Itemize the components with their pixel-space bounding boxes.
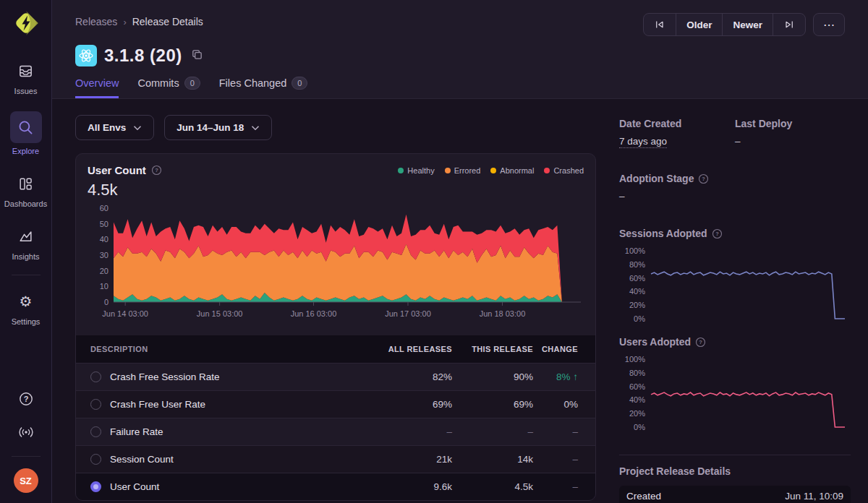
main-column: All Envs Jun 14–Jun 18 User Count <box>75 99 596 503</box>
chart-title: User Count ? <box>88 164 162 176</box>
legend-item[interactable]: Crashed <box>544 166 584 175</box>
date-range-dropdown[interactable]: Jun 14–Jun 18 <box>164 115 272 140</box>
skip-last-icon <box>783 19 795 30</box>
question-icon[interactable]: ? <box>698 173 709 184</box>
svg-text:40%: 40% <box>629 287 645 296</box>
tab-overview[interactable]: Overview <box>75 77 119 98</box>
users-adopted-line-chart[interactable]: 100%80%60%40%20%0% <box>619 352 851 437</box>
radio-user-count[interactable] <box>90 481 101 492</box>
sidebar-item-label: Settings <box>12 317 41 326</box>
table-row[interactable]: Session Count 21k 14k – <box>76 445 595 473</box>
adoption-stage-value: – <box>619 191 851 202</box>
svg-text:Jun 14 03:00: Jun 14 03:00 <box>102 309 148 318</box>
radio-session-count[interactable] <box>90 454 101 465</box>
question-icon[interactable]: ? <box>695 337 706 348</box>
svg-text:100%: 100% <box>625 355 645 364</box>
main-area: Releases › Release Details Older Newer <box>52 0 868 503</box>
release-comparison-table: DESCRIPTION ALL RELEASES THIS RELEASE CH… <box>76 335 595 500</box>
chart-total-value: 4.5k <box>76 176 595 199</box>
session-chart-card: User Count ? HealthyErroredAbnormalCrash… <box>75 153 596 501</box>
created-value: Jun 11, 10:09 <box>785 491 843 502</box>
svg-text:40%: 40% <box>629 395 645 404</box>
svg-text:30: 30 <box>100 251 109 259</box>
svg-text:60%: 60% <box>629 382 645 391</box>
sidebar-item-label: Explore <box>12 147 39 155</box>
project-release-details-title: Project Release Details <box>619 465 851 477</box>
sidebar-divider <box>12 275 41 275</box>
svg-text:?: ? <box>23 395 28 403</box>
svg-text:?: ? <box>155 167 158 173</box>
issues-icon <box>10 59 42 83</box>
app-root: Issues Explore Dashboards <box>0 0 868 503</box>
svg-text:0%: 0% <box>634 423 645 431</box>
legend-dot <box>398 168 404 173</box>
first-release-button[interactable] <box>644 14 676 35</box>
svg-text:20: 20 <box>100 267 109 275</box>
side-panel-divider <box>619 455 851 455</box>
tab-files-changed[interactable]: Files Changed 0 <box>219 77 308 98</box>
user-count-stacked-area-chart[interactable]: 0102030405060Jun 14 03:00Jun 15 03:00Jun… <box>88 202 585 327</box>
environment-dropdown[interactable]: All Envs <box>75 115 154 140</box>
radio-crash-free-user-rate[interactable] <box>90 399 101 410</box>
legend-dot <box>544 168 550 173</box>
svg-text:20%: 20% <box>629 409 645 418</box>
more-actions-button[interactable]: ⋯ <box>813 13 845 36</box>
sidebar-item-label: Issues <box>14 87 38 95</box>
legend-item[interactable]: Abnormal <box>490 166 534 175</box>
svg-text:80%: 80% <box>629 369 645 377</box>
table-row[interactable]: User Count 9.6k 4.5k – <box>76 473 595 500</box>
question-icon[interactable]: ? <box>712 228 723 239</box>
tab-commits[interactable]: Commits 0 <box>137 77 200 98</box>
radio-crash-free-session-rate[interactable] <box>90 371 101 382</box>
chevron-right-icon: › <box>123 17 126 27</box>
avatar[interactable]: SZ <box>14 468 38 493</box>
radio-failure-rate[interactable] <box>90 426 101 437</box>
svg-text:Jun 17 03:00: Jun 17 03:00 <box>385 309 431 318</box>
page-header: Releases › Release Details Older Newer <box>52 0 868 99</box>
older-button[interactable]: Older <box>676 14 722 35</box>
chart-legend: HealthyErroredAbnormalCrashed <box>398 166 584 175</box>
release-pagination: Older Newer ⋯ <box>643 13 845 36</box>
dashboards-icon <box>10 171 42 196</box>
question-icon[interactable]: ? <box>151 165 162 176</box>
chevron-down-icon <box>133 125 142 131</box>
sidebar: Issues Explore Dashboards <box>0 0 52 503</box>
svg-text:Jun 18 03:00: Jun 18 03:00 <box>480 309 526 318</box>
table-row[interactable]: Failure Rate – – – <box>76 418 595 445</box>
sidebar-item-settings[interactable]: ⚙ Settings <box>3 289 49 326</box>
sessions-adopted-line-chart[interactable]: 100%80%60%40%20%0% <box>619 244 851 329</box>
svg-text:10: 10 <box>100 282 109 291</box>
svg-text:40: 40 <box>100 235 109 244</box>
sidebar-item-insights[interactable]: Insights <box>3 224 49 261</box>
table-row[interactable]: Crash Free User Rate 69% 69% 0% <box>76 390 595 418</box>
copy-icon[interactable] <box>191 48 203 64</box>
table-row[interactable]: Crash Free Session Rate 82% 90% 8% ↑ <box>76 363 595 390</box>
search-icon <box>10 111 42 143</box>
sentry-logo-icon[interactable] <box>12 9 41 38</box>
insights-icon <box>10 224 42 249</box>
sidebar-item-dashboards[interactable]: Dashboards <box>3 171 49 208</box>
svg-text:0%: 0% <box>634 314 645 323</box>
svg-text:60%: 60% <box>629 274 645 283</box>
legend-item[interactable]: Errored <box>445 166 481 175</box>
sidebar-footer: ? SZ <box>12 384 41 503</box>
newer-button[interactable]: Newer <box>722 14 773 35</box>
sessions-adopted-label: Sessions Adopted ? <box>619 228 851 239</box>
last-deploy-label: Last Deploy <box>735 118 851 129</box>
legend-item[interactable]: Healthy <box>398 166 434 175</box>
react-project-icon <box>75 45 97 66</box>
legend-dot <box>490 168 496 173</box>
help-icon[interactable]: ? <box>18 391 34 410</box>
breadcrumb: Releases › Release Details <box>75 13 203 27</box>
breadcrumb-releases[interactable]: Releases <box>75 16 117 27</box>
svg-text:0: 0 <box>104 298 109 306</box>
skip-first-icon <box>654 19 665 30</box>
sidebar-item-issues[interactable]: Issues <box>3 59 49 95</box>
last-release-button[interactable] <box>773 14 805 35</box>
filter-bar: All Envs Jun 14–Jun 18 <box>75 115 596 140</box>
broadcast-icon[interactable] <box>17 424 35 443</box>
page-title: 3.1.8 (20) <box>104 46 182 66</box>
sidebar-footer-divider <box>12 456 41 457</box>
release-tabs: Overview Commits 0 Files Changed 0 <box>75 77 845 98</box>
sidebar-item-explore[interactable]: Explore <box>3 111 49 155</box>
